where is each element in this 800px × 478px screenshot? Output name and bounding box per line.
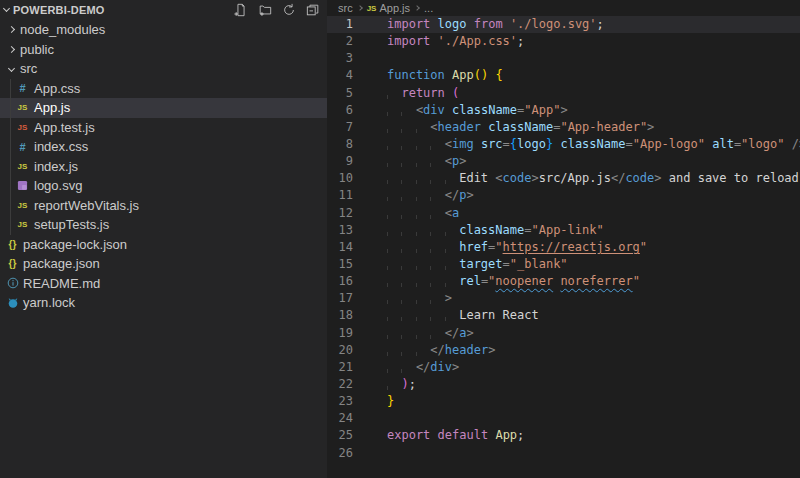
explorer-section-toggle[interactable]: POWERBI-DEMO — [4, 4, 233, 16]
breadcrumb-item-App.js[interactable]: JSApp.js — [367, 2, 410, 14]
code-line-6[interactable]: 6<div className="App"> — [327, 102, 800, 119]
chevron-down-icon — [3, 5, 10, 12]
code-line-26[interactable]: 26 — [327, 445, 800, 462]
line-number[interactable]: 15 — [333, 256, 353, 273]
line-number[interactable]: 17 — [333, 290, 353, 307]
line-number[interactable]: 10 — [333, 170, 353, 187]
tree-folder-public[interactable]: public — [0, 40, 327, 60]
line-number[interactable]: 25 — [333, 427, 353, 444]
file-type-icon: {} — [6, 238, 19, 251]
code-line-10[interactable]: 10Edit <code>src/App.js</code> and save … — [327, 170, 800, 187]
line-content: Edit <code>src/App.js</code> and save to… — [387, 170, 800, 187]
code-line-8[interactable]: 8<img src={logo} className="App-logo" al… — [327, 136, 800, 153]
new-folder-button[interactable] — [257, 2, 273, 18]
code-line-25[interactable]: 25export default App; — [327, 427, 800, 444]
code-line-21[interactable]: 21</div> — [327, 359, 800, 376]
line-content: target="_blank" — [387, 256, 568, 273]
line-content: <img src={logo} className="App-logo" alt… — [387, 136, 800, 153]
line-number[interactable]: 18 — [333, 307, 353, 324]
tree-item-label: logo.svg — [34, 178, 82, 193]
line-number[interactable]: 4 — [333, 67, 353, 84]
tree-file-index.css[interactable]: #index.css — [0, 137, 327, 157]
code-line-7[interactable]: 7<header className="App-header"> — [327, 119, 800, 136]
tree-file-setupTests.js[interactable]: JSsetupTests.js — [0, 215, 327, 235]
tree-file-reportWebVitals.js[interactable]: JSreportWebVitals.js — [0, 196, 327, 216]
line-number[interactable]: 5 — [333, 85, 353, 102]
code-line-13[interactable]: 13className="App-link" — [327, 222, 800, 239]
line-content: function App() { — [387, 67, 503, 84]
project-title: POWERBI-DEMO — [13, 4, 105, 16]
css-icon: # — [19, 82, 25, 94]
code-line-20[interactable]: 20</header> — [327, 342, 800, 359]
code-line-15[interactable]: 15target="_blank" — [327, 256, 800, 273]
code-line-17[interactable]: 17> — [327, 290, 800, 307]
new-file-button[interactable] — [233, 2, 249, 18]
tree-file-package.json[interactable]: {}package.json — [0, 254, 327, 274]
line-number[interactable]: 16 — [333, 273, 353, 290]
file-type-icon — [16, 179, 29, 192]
breadcrumb-item-src[interactable]: src — [338, 2, 353, 14]
code-line-9[interactable]: 9<p> — [327, 153, 800, 170]
code-line-23[interactable]: 23} — [327, 393, 800, 410]
code-line-5[interactable]: 5return ( — [327, 85, 800, 102]
line-number[interactable]: 26 — [333, 445, 353, 462]
tree-file-App.test.js[interactable]: JSApp.test.js — [0, 118, 327, 138]
info-icon — [7, 277, 19, 289]
line-content: Learn React — [387, 307, 539, 324]
line-number[interactable]: 12 — [333, 205, 353, 222]
line-number[interactable]: 11 — [333, 187, 353, 204]
tree-file-logo.svg[interactable]: logo.svg — [0, 176, 327, 196]
js-icon: JS — [18, 201, 28, 210]
line-number[interactable]: 19 — [333, 325, 353, 342]
refresh-button[interactable] — [281, 2, 297, 18]
tree-file-yarn.lock[interactable]: yarn.lock — [0, 293, 327, 313]
code-line-19[interactable]: 19</a> — [327, 325, 800, 342]
line-number[interactable]: 13 — [333, 222, 353, 239]
code-line-24[interactable]: 24 — [327, 410, 800, 427]
code-line-2[interactable]: 2import './App.css'; — [327, 33, 800, 50]
breadcrumb-label: ... — [424, 2, 433, 14]
chevron-right-icon — [414, 5, 420, 11]
tree-file-README.md[interactable]: README.md — [0, 274, 327, 294]
css-icon: # — [19, 141, 25, 153]
file-type-icon: {} — [6, 257, 19, 270]
code-line-16[interactable]: 16rel="noopener noreferrer" — [327, 273, 800, 290]
line-number[interactable]: 22 — [333, 376, 353, 393]
js-icon: JS — [367, 4, 377, 13]
chevron-down-icon — [8, 65, 15, 72]
line-number[interactable]: 3 — [333, 50, 353, 67]
line-number[interactable]: 6 — [333, 102, 353, 119]
tree-file-package-lock.json[interactable]: {}package-lock.json — [0, 235, 327, 255]
line-number[interactable]: 20 — [333, 342, 353, 359]
line-number[interactable]: 21 — [333, 359, 353, 376]
breadcrumb-item-...[interactable]: ... — [424, 2, 433, 14]
line-number[interactable]: 8 — [333, 136, 353, 153]
line-number[interactable]: 9 — [333, 153, 353, 170]
code-line-22[interactable]: 22); — [327, 376, 800, 393]
code-line-11[interactable]: 11</p> — [327, 187, 800, 204]
collapse-all-button[interactable] — [305, 2, 321, 18]
line-number[interactable]: 23 — [333, 393, 353, 410]
line-number[interactable]: 24 — [333, 410, 353, 427]
code-line-1[interactable]: 1import logo from './logo.svg'; — [327, 16, 800, 33]
tree-item-label: index.css — [34, 139, 88, 154]
code-line-14[interactable]: 14href="https://reactjs.org" — [327, 239, 800, 256]
tree-file-App.css[interactable]: #App.css — [0, 79, 327, 99]
tree-file-index.js[interactable]: JSindex.js — [0, 157, 327, 177]
tree-item-label: App.css — [34, 81, 80, 96]
tree-folder-src[interactable]: src — [0, 59, 327, 79]
line-number[interactable]: 14 — [333, 239, 353, 256]
tree-file-App.js[interactable]: JSApp.js — [0, 98, 327, 118]
line-number[interactable]: 1 — [333, 16, 353, 33]
line-number[interactable]: 2 — [333, 33, 353, 50]
tree-folder-node_modules[interactable]: node_modules — [0, 20, 327, 40]
tree-item-label: README.md — [23, 276, 100, 291]
line-content: import logo from './logo.svg'; — [387, 16, 604, 33]
line-content: </a> — [387, 325, 474, 342]
code-line-18[interactable]: 18Learn React — [327, 307, 800, 324]
code-line-4[interactable]: 4function App() { — [327, 67, 800, 84]
code-line-12[interactable]: 12<a — [327, 205, 800, 222]
line-content: </header> — [387, 342, 495, 359]
line-number[interactable]: 7 — [333, 119, 353, 136]
code-line-3[interactable]: 3 — [327, 50, 800, 67]
